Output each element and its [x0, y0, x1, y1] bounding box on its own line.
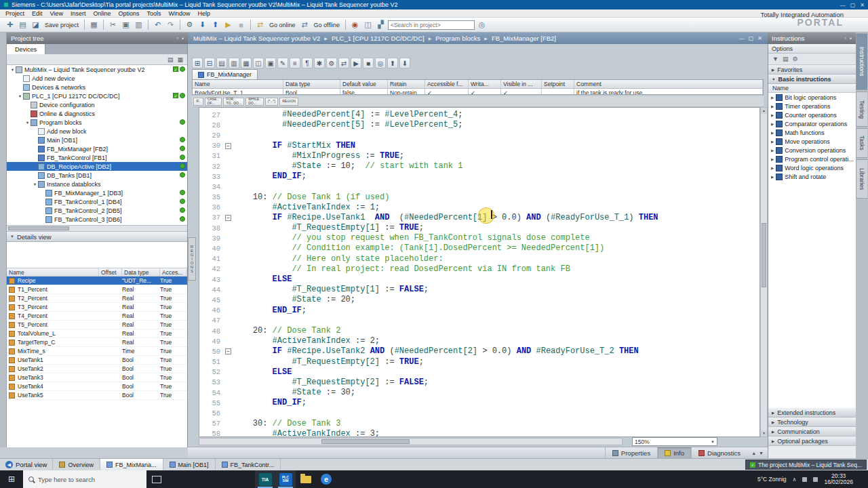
download-to-device-icon[interactable]: ⬇ — [197, 19, 208, 30]
tree-item[interactable]: Devices & networks — [7, 83, 187, 92]
code-line-32[interactable]: 32#State := 10; // start with tank 1 — [199, 161, 760, 171]
menu-online[interactable]: Online — [93, 10, 111, 17]
menu-help[interactable]: Help — [197, 10, 210, 17]
collapse-down-icon[interactable]: ▼ — [759, 451, 764, 455]
details-row[interactable]: UseTank5BoolTrue — [7, 391, 187, 400]
code-line-53[interactable]: 53#T_RequestEmpty[2] := FALSE; — [199, 378, 760, 388]
details-view-header[interactable]: ▼ Details view — [7, 232, 187, 242]
details-column-0[interactable]: Name — [7, 268, 99, 276]
editor-zoom-select[interactable]: 150% ▼ — [632, 437, 717, 446]
details-column-2[interactable]: Data type — [122, 268, 160, 276]
close-icon[interactable]: ✕ — [757, 35, 762, 41]
code-line-57[interactable]: 5730: // Dose Tank 3 — [199, 419, 760, 429]
snippet-while-button[interactable]: WHILE..DO... — [245, 98, 264, 106]
editor-tab-fb-mixmana-[interactable]: FB_MixMana... — [100, 459, 163, 470]
cut-icon[interactable]: ✂ — [107, 19, 119, 30]
tree-item[interactable]: FB_MixManager [FB2] — [7, 144, 187, 153]
section-communication[interactable]: ▶Communication — [768, 427, 856, 436]
iface-column-6[interactable]: Visible in ... — [501, 80, 542, 88]
menu-options[interactable]: Options — [118, 10, 139, 17]
volume-icon[interactable] — [813, 477, 818, 482]
code-line-29[interactable]: 29 — [199, 130, 760, 140]
menu-tools[interactable]: Tools — [146, 10, 161, 17]
upload-from-device-icon[interactable]: ⬆ — [210, 19, 221, 30]
code-line-43[interactable]: 43ELSE — [199, 274, 760, 285]
fold-toggle[interactable]: − — [224, 143, 233, 149]
synchronize-icon[interactable]: ⇄ — [338, 58, 349, 68]
save-project-icon[interactable]: ◪ — [30, 19, 41, 30]
details-row[interactable]: T4_PercentRealTrue — [7, 312, 187, 321]
download-icon[interactable]: ⬇ — [399, 58, 410, 68]
dock-icon[interactable]: ▫ — [844, 35, 846, 41]
fold-toggle[interactable]: − — [224, 215, 233, 221]
breadcrumb-item[interactable]: PLC_1 [CPU 1217C DC/DC/DC] — [332, 35, 425, 42]
instruction-settings-icon[interactable]: ⚙ — [792, 56, 797, 62]
copy-values-icon[interactable]: ▣ — [265, 58, 276, 68]
stop-monitor-icon[interactable]: ■ — [363, 58, 374, 68]
taskbar-file-explorer[interactable] — [296, 470, 316, 488]
side-tab-tasks[interactable]: Tasks — [856, 128, 867, 158]
details-column-1[interactable]: Offset — [99, 268, 122, 276]
tree-item[interactable]: FB_TankControl_3 [DB6] — [7, 215, 187, 224]
snippet-if-button[interactable]: IF.. — [193, 98, 203, 106]
details-row[interactable]: MixTime_sTimeTrue — [7, 347, 187, 356]
go-offline-button[interactable]: Go offline — [314, 22, 340, 28]
code-line-58[interactable]: 58#ActiveTankIndex := 3; — [199, 429, 760, 437]
taskbar-plcsim[interactable]: PLC SIM — [275, 470, 296, 488]
status-message[interactable]: ✓ The project MultiMix – Liquid Tank Seq… — [745, 460, 867, 470]
code-line-31[interactable]: 31#MixInProgress := TRUE; — [199, 151, 760, 161]
tree-expander-icon[interactable]: ▼ — [9, 68, 16, 72]
code-line-28[interactable]: 28#NeededPercent[5] := #LevelPercent_5; — [199, 120, 760, 130]
tree-expander-icon[interactable]: ▼ — [24, 121, 31, 125]
fold-minus-icon[interactable]: − — [225, 143, 231, 149]
iface-column-5[interactable]: Writa... — [469, 80, 501, 88]
iface-column-7[interactable]: Setpoint — [542, 80, 574, 88]
instruction-group-move-operations[interactable]: ▶Move operations — [768, 137, 856, 146]
taskbar-tia-portal[interactable]: TIA — [255, 470, 275, 488]
fold-minus-icon[interactable]: − — [225, 215, 231, 221]
instruction-group-word-logic-operations[interactable]: ▶Word logic operations — [768, 163, 856, 172]
instruction-group-conversion-operations[interactable]: ▶Conversion operations — [768, 146, 856, 155]
profile-icon[interactable]: ▤ — [783, 56, 789, 62]
minimize-icon[interactable]: — — [840, 2, 846, 8]
instruction-group-program-control-operations[interactable]: ▶Program control operati... — [768, 155, 856, 163]
editor-hscrollbar[interactable] — [199, 438, 623, 445]
scroll-thumb[interactable] — [762, 223, 766, 287]
code-line-30[interactable]: 30−IF #StartMix THEN — [199, 141, 760, 151]
fold-minus-icon[interactable]: − — [225, 348, 231, 354]
fold-toggle[interactable]: − — [224, 348, 233, 354]
section-extended-instructions[interactable]: ▶Extended instructions — [768, 408, 856, 418]
code-line-42[interactable]: 42// In real project: read DosedPercent … — [199, 264, 760, 274]
project-search-input[interactable] — [388, 20, 475, 30]
tab-info[interactable]: Info — [657, 447, 691, 458]
code-line-33[interactable]: 33END_IF; — [199, 171, 760, 182]
interface-row[interactable]: ReadyForUse_T_1BoolfalseNon-retain✓✓✓if … — [193, 89, 763, 95]
code-line-51[interactable]: 51#T_RequestEmpty[2] := TRUE; — [199, 357, 760, 367]
tab-properties[interactable]: Properties — [605, 447, 657, 458]
details-row[interactable]: T5_PercentRealTrue — [7, 321, 187, 329]
editor-tab-main-ob1-[interactable]: Main [OB1] — [163, 459, 216, 470]
start-monitor-icon[interactable]: ▶ — [351, 58, 361, 68]
taskbar-edge[interactable]: e — [316, 470, 336, 488]
open-all-members-icon[interactable]: ▤ — [216, 58, 227, 68]
tree-expander-icon[interactable]: ▼ — [17, 94, 23, 98]
tree-item[interactable]: Device configuration — [7, 100, 187, 109]
list-view-icon[interactable]: ▦ — [177, 56, 183, 63]
code-line-54[interactable]: 54#State := 30; — [199, 388, 760, 398]
tree-item[interactable]: ▼Program blocks — [7, 118, 187, 127]
tree-item[interactable]: Add new device — [7, 74, 187, 83]
tree-item[interactable]: DB_Tanks [DB1] — [7, 171, 187, 180]
side-tab-libraries[interactable]: Libraries — [856, 159, 867, 199]
code-line-56[interactable]: 56 — [199, 408, 760, 418]
tree-item[interactable]: ▼PLC_1 [CPU 1217C DC/DC/DC]✓ — [7, 92, 187, 100]
save-project-button[interactable]: Save project — [45, 22, 79, 28]
open-project-icon[interactable]: ▤ — [17, 19, 28, 30]
portal-view-button[interactable]: ◀ Portal view — [0, 459, 53, 470]
go-online-icon[interactable]: ⇄ — [254, 19, 266, 30]
scroll-thumb[interactable] — [8, 226, 69, 230]
code-line-35[interactable]: 3510: // Dose Tank 1 (if used) — [199, 192, 760, 203]
scroll-down-icon[interactable]: ▼ — [761, 430, 767, 436]
code-line-27[interactable]: 27#NeededPercent[4] := #LevelPercent_4; — [199, 110, 760, 120]
iface-column-1[interactable]: Data type — [283, 80, 340, 88]
tree-item[interactable]: ▼MultiMix – Liquid Tank Sequencer youtbe… — [7, 65, 187, 74]
